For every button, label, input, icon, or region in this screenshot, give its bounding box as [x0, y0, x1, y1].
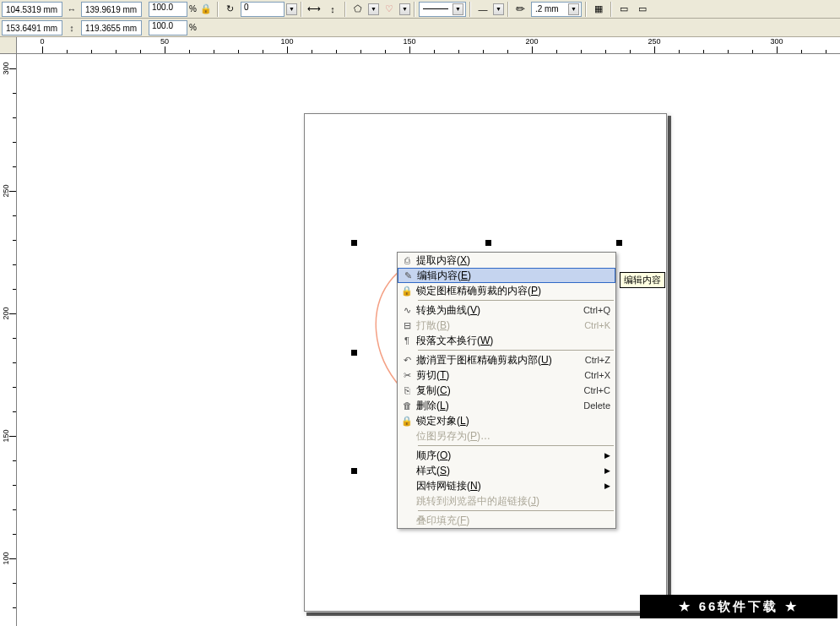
blank-icon — [398, 463, 416, 478]
context-menu-shortcut: Ctrl+C — [584, 385, 610, 395]
selection-handle-ml[interactable] — [351, 350, 357, 356]
lock-ratio-icon[interactable]: 🔒 — [198, 2, 214, 17]
context-menu-item[interactable]: 因特网链接(N)▶ — [398, 478, 615, 493]
height-icon: ↕ — [64, 20, 79, 35]
context-menu-item[interactable]: ∿转换为曲线(V)Ctrl+Q — [398, 302, 615, 318]
line-style-select[interactable]: ▼ — [419, 2, 466, 17]
scale-y-input[interactable]: 100.0 — [149, 20, 187, 35]
star-icon: ★ — [785, 599, 799, 614]
curve-icon: ∿ — [398, 302, 416, 318]
vertical-ruler[interactable]: 30025020015010050 — [0, 54, 17, 626]
separator — [414, 2, 415, 17]
context-menu-separator — [418, 510, 614, 511]
lock-clip-icon: 🔒 — [398, 283, 416, 298]
context-menu-label: 转换为曲线(V) — [416, 303, 583, 318]
context-menu-shortcut: Ctrl+X — [584, 370, 610, 380]
selection-handle-tr[interactable] — [616, 240, 622, 246]
object-width-input[interactable]: 139.9619 mm — [81, 2, 142, 17]
context-menu-shortcut: Ctrl+Q — [583, 305, 610, 315]
selection-handle-bl[interactable] — [351, 468, 357, 474]
page-shadow — [668, 116, 671, 614]
scale-x-input[interactable]: 100.0 — [149, 2, 187, 17]
percent-label: % — [189, 4, 197, 14]
separator — [469, 2, 471, 17]
x-coordinate-input[interactable]: 104.5319 mm — [2, 2, 62, 17]
start-arrowhead-button[interactable]: — — [474, 1, 491, 18]
to-back-button[interactable]: ▭ — [634, 1, 651, 18]
horizontal-ruler[interactable]: 050100150200250300 — [17, 37, 840, 54]
context-menu-label: 因特网链接(N) — [416, 479, 601, 493]
ruler-label: 100 — [2, 552, 10, 564]
separator — [507, 2, 509, 17]
blank-icon — [398, 478, 416, 493]
context-menu-item[interactable]: 样式(S)▶ — [398, 463, 615, 478]
separator — [585, 2, 587, 17]
submenu-arrow-icon: ▶ — [604, 451, 610, 460]
submenu-arrow-icon: ▶ — [604, 466, 610, 475]
page-shadow — [306, 612, 671, 616]
watermark: ★ 66软件下载 ★ — [640, 595, 837, 618]
context-menu-label: 顺序(O) — [416, 449, 601, 463]
context-menu-item[interactable]: ↶撤消置于图框精确剪裁内部(U)Ctrl+Z — [398, 352, 615, 367]
wrap-text-button[interactable]: ▦ — [590, 1, 607, 18]
context-menu-item[interactable]: 🔒锁定对象(L) — [398, 413, 615, 428]
selection-handle-tm[interactable] — [485, 240, 491, 246]
context-menu-item[interactable]: ✂剪切(T)Ctrl+X — [398, 367, 615, 383]
selection-handle-tl[interactable] — [351, 240, 357, 246]
ruler-label: 150 — [2, 429, 10, 442]
dropdown-arrow-icon[interactable]: ▼ — [493, 3, 504, 15]
ruler-label: 100 — [280, 37, 293, 46]
context-menu-label: 编辑内容(E) — [417, 269, 610, 283]
property-bar-row2: 153.6491 mm ↕ 119.3655 mm 100.0 % — [0, 19, 840, 37]
to-front-button[interactable]: ▭ — [615, 1, 632, 18]
dropdown-arrow-icon[interactable]: ▼ — [399, 3, 410, 15]
context-menu: ⎙提取内容(X)✎编辑内容(E)🔒锁定图框精确剪裁的内容(P)∿转换为曲线(V)… — [397, 252, 616, 529]
cut-icon: ✂ — [398, 367, 416, 383]
mirror-vertical-button[interactable]: ↕ — [324, 1, 341, 18]
context-menu-item: 位图另存为(P)… — [398, 428, 615, 444]
tooltip: 编辑内容 — [620, 272, 665, 288]
star-icon: ★ — [679, 599, 692, 614]
outline-pen-icon: ✏ — [512, 1, 529, 18]
rotate-icon: ↻ — [222, 1, 239, 18]
separator — [301, 2, 302, 17]
context-menu-item: 跳转到浏览器中的超链接(J) — [398, 493, 615, 509]
context-menu-label: 样式(S) — [416, 464, 601, 478]
context-menu-label: 锁定对象(L) — [416, 414, 610, 428]
context-menu-item[interactable]: ¶段落文本换行(W) — [398, 333, 615, 348]
context-menu-shortcut: Ctrl+K — [584, 320, 610, 330]
outline-width-select[interactable]: .2 mm ▼ — [531, 2, 582, 17]
rotation-input[interactable]: 0 — [241, 2, 285, 17]
ruler-corner[interactable] — [0, 37, 17, 54]
lock-icon: 🔒 — [398, 413, 416, 428]
context-menu-item[interactable]: ⎙提取内容(X) — [398, 253, 615, 268]
ruler-label: 150 — [403, 37, 415, 46]
y-coordinate-input[interactable]: 153.6491 mm — [2, 20, 62, 35]
delete-icon: 🗑 — [398, 398, 416, 413]
ruler-label: 200 — [2, 307, 10, 319]
edit-icon: ✎ — [398, 268, 417, 283]
shape-heart-button[interactable]: ♡ — [381, 1, 398, 18]
extract-icon: ⎙ — [398, 253, 416, 268]
dropdown-arrow-icon[interactable]: ▼ — [286, 3, 297, 15]
mirror-horizontal-button[interactable]: ⟷ — [306, 1, 322, 18]
blank-icon — [398, 493, 416, 509]
blank-icon — [398, 448, 416, 463]
context-menu-label: 位图另存为(P)… — [416, 429, 610, 444]
separator — [610, 2, 612, 17]
context-menu-item[interactable]: ⎘复制(C)Ctrl+C — [398, 383, 615, 398]
ruler-label: 250 — [2, 184, 10, 197]
context-menu-label: 撤消置于图框精确剪裁内部(U) — [416, 353, 585, 367]
context-menu-item[interactable]: ✎编辑内容(E) — [398, 268, 615, 283]
context-menu-item[interactable]: 🔒锁定图框精确剪裁的内容(P) — [398, 283, 615, 298]
shape-polygon-button[interactable]: ⬠ — [350, 1, 366, 18]
context-menu-item[interactable]: 顺序(O)▶ — [398, 448, 615, 463]
break-icon: ⊟ — [398, 318, 416, 333]
object-height-input[interactable]: 119.3655 mm — [81, 20, 142, 35]
ruler-label: 50 — [160, 37, 169, 46]
dropdown-arrow-icon[interactable]: ▼ — [368, 3, 379, 15]
context-menu-separator — [418, 445, 614, 446]
context-menu-label: 跳转到浏览器中的超链接(J) — [416, 494, 610, 509]
context-menu-item[interactable]: 🗑删除(L)Delete — [398, 398, 615, 413]
separator — [217, 2, 219, 17]
